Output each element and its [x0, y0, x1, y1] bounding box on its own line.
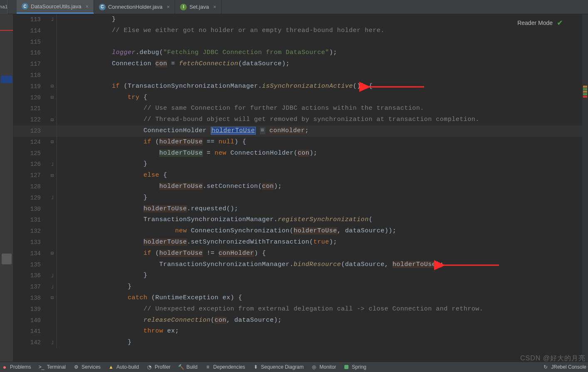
code-line-142[interactable]: 142˩ } — [13, 337, 582, 348]
bottom-item-build[interactable]: 🔨Build — [178, 364, 198, 370]
code-line-136[interactable]: 136˩ } — [13, 270, 582, 281]
gutter-fold[interactable] — [51, 204, 57, 215]
code-line-121[interactable]: 121 // Use same Connection for further J… — [13, 103, 582, 114]
code-line-114[interactable]: 114 // Else we either got no holder or a… — [13, 25, 582, 37]
code-line-119[interactable]: 119⊟ if (TransactionSynchronizationManag… — [13, 81, 582, 92]
code-line-130[interactable]: 130 holderToUse.requested(); — [13, 204, 582, 215]
tab-2[interactable]: ISet.java× — [175, 0, 222, 14]
code-line-125[interactable]: 125 holderToUse = new ConnectionHolder(c… — [13, 148, 582, 159]
gutter-fold[interactable] — [51, 326, 57, 337]
reader-mode-badge[interactable]: Reader Mode ✔ — [517, 18, 563, 27]
code-line-120[interactable]: 120⊟ try { — [13, 92, 582, 103]
gutter-fold[interactable]: ⊟ — [51, 293, 57, 304]
gutter-fold[interactable] — [51, 37, 57, 48]
gutter-fold[interactable] — [51, 259, 57, 271]
gutter-fold[interactable]: ˩ — [51, 281, 57, 293]
close-icon[interactable]: × — [85, 3, 89, 10]
gutter-fold[interactable] — [51, 103, 57, 114]
gutter-fold[interactable]: ⊟ — [51, 248, 57, 259]
gutter-fold[interactable] — [51, 126, 57, 137]
code-line-137[interactable]: 137˩ } — [13, 281, 582, 293]
scrollbar-thumb[interactable] — [2, 254, 12, 264]
close-icon[interactable]: × — [213, 4, 216, 10]
code-content[interactable]: // Use same Connection for further JDBC … — [57, 103, 424, 114]
bottom-item-problems[interactable]: ●Problems — [2, 364, 31, 370]
code-line-138[interactable]: 138⊟ catch (RuntimeException ex) { — [13, 293, 582, 304]
gutter-fold[interactable]: ˩ — [51, 14, 57, 25]
code-line-141[interactable]: 141 throw ex; — [13, 326, 582, 337]
bottom-item-terminal[interactable]: >_Terminal — [39, 364, 66, 370]
gutter-fold[interactable] — [51, 181, 57, 192]
code-content[interactable]: } — [57, 14, 116, 25]
code-line-140[interactable]: 140 releaseConnection(con, dataSource); — [13, 315, 582, 326]
code-content[interactable]: holderToUse.requested(); — [57, 204, 238, 215]
code-content[interactable]: catch (RuntimeException ex) { — [57, 293, 242, 304]
bottom-item-dependencies[interactable]: ≡Dependencies — [205, 364, 245, 370]
code-content[interactable]: } — [57, 337, 132, 348]
code-editor[interactable]: Reader Mode ✔ 113˩ }114 // Else we eithe… — [13, 14, 582, 362]
code-line-124[interactable]: 124⊟ if (holderToUse == null) { — [13, 137, 582, 148]
gutter-fold[interactable] — [51, 214, 57, 226]
gutter-fold[interactable]: ⊟ — [51, 114, 57, 126]
gutter-fold[interactable] — [51, 315, 57, 326]
code-line-132[interactable]: 132 new ConnectionSynchronization(holder… — [13, 226, 582, 237]
code-content[interactable]: Connection con = fetchConnection(dataSou… — [57, 59, 290, 70]
code-content[interactable]: } — [57, 192, 148, 204]
gutter-fold[interactable]: ˩ — [51, 159, 57, 170]
code-line-123[interactable]: 123 ConnectionHolder holderToUse = conHo… — [13, 126, 582, 137]
code-line-135[interactable]: 135 TransactionSynchronizationManager.bi… — [13, 259, 582, 271]
code-line-122[interactable]: 122⊟ // Thread-bound object will get rem… — [13, 114, 582, 126]
code-content[interactable]: releaseConnection(con, dataSource); — [57, 315, 282, 326]
code-content[interactable]: } — [57, 159, 148, 170]
gutter-fold[interactable] — [51, 304, 57, 315]
bottom-item-profiler[interactable]: ◔Profiler — [146, 364, 170, 370]
code-line-118[interactable]: 118 — [13, 70, 582, 81]
code-content[interactable]: } — [57, 281, 132, 293]
bottom-item-services[interactable]: ⚙Services — [73, 364, 101, 370]
tab-1[interactable]: CConnectionHolder.java× — [94, 0, 175, 14]
code-line-127[interactable]: 127⊟ else { — [13, 170, 582, 181]
gutter-fold[interactable]: ⊟ — [51, 170, 57, 181]
gutter-fold[interactable] — [51, 237, 57, 248]
code-content[interactable]: // Else we either got no holder or an em… — [57, 25, 385, 37]
gutter-fold[interactable]: ⊟ — [51, 137, 57, 148]
code-content[interactable]: if (holderToUse != conHolder) { — [57, 248, 266, 259]
code-content[interactable]: holderToUse.setConnection(con); — [57, 181, 282, 192]
code-content[interactable]: } — [57, 270, 148, 281]
code-content[interactable]: TransactionSynchronizationManager.regist… — [57, 214, 373, 226]
code-content[interactable]: logger.debug("Fetching JDBC Connection f… — [57, 47, 337, 59]
code-content[interactable] — [57, 70, 64, 81]
code-content[interactable]: else { — [57, 170, 167, 181]
gutter-fold[interactable] — [51, 25, 57, 37]
code-content[interactable] — [57, 37, 64, 48]
gutter-fold[interactable]: ⊟ — [51, 81, 57, 92]
code-content[interactable]: try { — [57, 92, 148, 103]
tab-0[interactable]: CDataSourceUtils.java× — [17, 0, 94, 14]
code-line-139[interactable]: 139 // Unexpected exception from externa… — [13, 304, 582, 315]
gutter-fold[interactable]: ⊟ — [51, 92, 57, 103]
bottom-item-auto-build[interactable]: ▲Auto-build — [108, 364, 139, 370]
code-content[interactable]: // Thread-bound object will get removed … — [57, 114, 479, 126]
bottom-item-spring[interactable]: Spring — [343, 364, 366, 370]
code-line-113[interactable]: 113˩ } — [13, 14, 582, 25]
code-content[interactable]: if (TransactionSynchronizationManager.is… — [57, 81, 373, 92]
code-content[interactable]: holderToUse = new ConnectionHolder(con); — [57, 148, 317, 159]
code-line-134[interactable]: 134⊟ if (holderToUse != conHolder) { — [13, 248, 582, 259]
code-line-116[interactable]: 116 logger.debug("Fetching JDBC Connecti… — [13, 47, 582, 59]
code-line-117[interactable]: 117 Connection con = fetchConnection(dat… — [13, 59, 582, 70]
gutter-fold[interactable] — [51, 226, 57, 237]
code-line-126[interactable]: 126˩ } — [13, 159, 582, 170]
code-content[interactable]: TransactionSynchronizationManager.bindRe… — [57, 259, 444, 271]
gutter-fold[interactable] — [51, 148, 57, 159]
code-content[interactable]: ConnectionHolder holderToUse = conHolder… — [57, 126, 309, 137]
code-content[interactable]: new ConnectionSynchronization(holderToUs… — [57, 226, 396, 237]
gutter-fold[interactable] — [51, 59, 57, 70]
bottom-item-jrebel[interactable]: ↻JRebel Console — [543, 364, 586, 370]
code-content[interactable]: throw ex; — [57, 326, 179, 337]
editor-minimap[interactable] — [582, 14, 588, 362]
code-line-133[interactable]: 133 holderToUse.setSynchronizedWithTrans… — [13, 237, 582, 248]
gutter-fold[interactable] — [51, 70, 57, 81]
gutter-fold[interactable] — [51, 47, 57, 59]
bottom-item-sequence-diagram[interactable]: ⬍Sequence Diagram — [253, 364, 304, 370]
bottom-item-monitor[interactable]: ◎Monitor — [311, 364, 336, 370]
